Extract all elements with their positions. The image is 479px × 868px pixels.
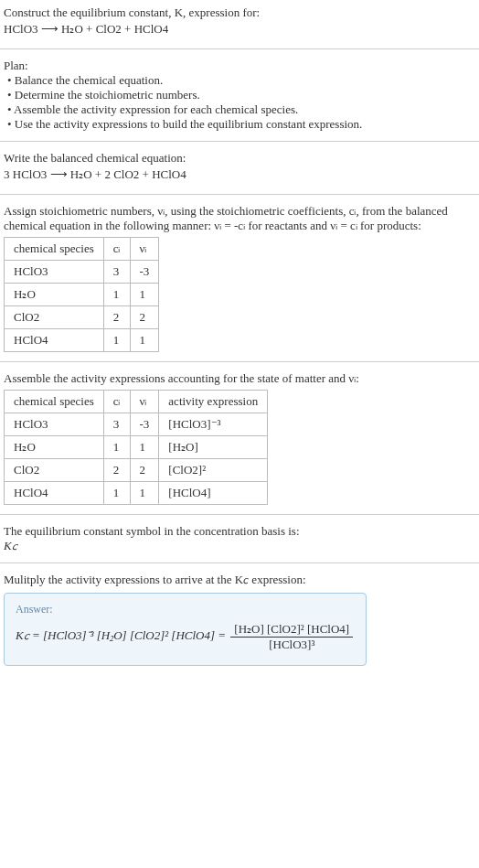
col-expr: activity expression bbox=[159, 390, 268, 413]
divider bbox=[0, 361, 479, 362]
cell-ci: 3 bbox=[103, 413, 130, 435]
balanced-equation: 3 HClO3 ⟶ H₂O + 2 ClO2 + HClO4 bbox=[4, 166, 475, 185]
table-row: ClO2 2 2 [ClO2]² bbox=[5, 458, 268, 481]
cell-ci: 1 bbox=[103, 328, 130, 351]
intro-section: Construct the equilibrium constant, K, e… bbox=[0, 0, 479, 45]
divider bbox=[0, 194, 479, 195]
cell-expr: [ClO2]² bbox=[159, 458, 268, 481]
table-row: HClO3 3 -3 [HClO3]⁻³ bbox=[5, 413, 268, 435]
col-ci: cᵢ bbox=[103, 237, 130, 260]
activity-heading: Assemble the activity expressions accoun… bbox=[4, 371, 475, 386]
kc-symbol: K𝘤 bbox=[4, 539, 475, 553]
activity-section: Assemble the activity expressions accoun… bbox=[0, 366, 479, 510]
cell-vi: -3 bbox=[130, 413, 159, 435]
plan-item: • Balance the chemical equation. bbox=[4, 73, 475, 88]
col-species: chemical species bbox=[5, 390, 104, 413]
cell-ci: 3 bbox=[103, 260, 130, 283]
table-header-row: chemical species cᵢ νᵢ bbox=[5, 237, 159, 260]
cell-vi: 1 bbox=[130, 328, 159, 351]
divider bbox=[0, 514, 479, 515]
cell-vi: -3 bbox=[130, 260, 159, 283]
balanced-heading: Write the balanced chemical equation: bbox=[4, 151, 475, 166]
unbalanced-equation: HClO3 ⟶ H₂O + ClO2 + HClO4 bbox=[4, 22, 168, 36]
table-row: HClO4 1 1 bbox=[5, 328, 159, 351]
answer-denominator: [HClO3]³ bbox=[230, 638, 353, 652]
cell-vi: 2 bbox=[130, 458, 159, 481]
cell-ci: 2 bbox=[103, 458, 130, 481]
cell-species: H₂O bbox=[5, 435, 104, 458]
answer-label: Answer: bbox=[16, 603, 355, 616]
table-row: HClO4 1 1 [HClO4] bbox=[5, 481, 268, 504]
col-ci: cᵢ bbox=[103, 390, 130, 413]
cell-species: HClO3 bbox=[5, 413, 104, 435]
cell-vi: 1 bbox=[130, 283, 159, 305]
stoich-heading: Assign stoichiometric numbers, νᵢ, using… bbox=[4, 204, 475, 233]
table-row: HClO3 3 -3 bbox=[5, 260, 159, 283]
divider bbox=[0, 563, 479, 563]
cell-vi: 2 bbox=[130, 305, 159, 328]
plan-item: • Determine the stoichiometric numbers. bbox=[4, 88, 475, 102]
table-row: ClO2 2 2 bbox=[5, 305, 159, 328]
answer-numerator: [H₂O] [ClO2]² [HClO4] bbox=[230, 622, 353, 638]
col-vi: νᵢ bbox=[130, 390, 159, 413]
answer-fraction: [H₂O] [ClO2]² [HClO4] [HClO3]³ bbox=[230, 622, 353, 652]
table-header-row: chemical species cᵢ νᵢ activity expressi… bbox=[5, 390, 268, 413]
multiply-section: Mulitply the activity expressions to arr… bbox=[0, 567, 479, 671]
intro-line1: Construct the equilibrium constant, K, e… bbox=[4, 5, 260, 19]
cell-species: ClO2 bbox=[5, 305, 104, 328]
col-vi: νᵢ bbox=[130, 237, 159, 260]
col-species: chemical species bbox=[5, 237, 104, 260]
cell-vi: 1 bbox=[130, 435, 159, 458]
kc-symbol-heading: The equilibrium constant symbol in the c… bbox=[4, 524, 475, 539]
cell-species: HClO4 bbox=[5, 328, 104, 351]
intro-text: Construct the equilibrium constant, K, e… bbox=[4, 5, 475, 39]
stoich-table: chemical species cᵢ νᵢ HClO3 3 -3 H₂O 1 … bbox=[4, 237, 159, 352]
cell-expr: [HClO3]⁻³ bbox=[159, 413, 268, 435]
cell-expr: [H₂O] bbox=[159, 435, 268, 458]
multiply-heading: Mulitply the activity expressions to arr… bbox=[4, 573, 475, 587]
plan-heading: Plan: bbox=[4, 59, 475, 73]
plan-item: • Assemble the activity expression for e… bbox=[4, 102, 475, 117]
activity-table: chemical species cᵢ νᵢ activity expressi… bbox=[4, 390, 268, 505]
balanced-section: Write the balanced chemical equation: 3 … bbox=[0, 145, 479, 190]
plan-section: Plan: • Balance the chemical equation. •… bbox=[0, 53, 479, 137]
cell-species: HClO3 bbox=[5, 260, 104, 283]
kc-symbol-section: The equilibrium constant symbol in the c… bbox=[0, 519, 479, 559]
answer-box: Answer: K𝘤 = [HClO3]⁻³ [H₂O] [ClO2]² [HC… bbox=[4, 593, 367, 666]
cell-ci: 2 bbox=[103, 305, 130, 328]
answer-equation: K𝘤 = [HClO3]⁻³ [H₂O] [ClO2]² [HClO4] = [… bbox=[16, 622, 355, 652]
table-row: H₂O 1 1 [H₂O] bbox=[5, 435, 268, 458]
cell-ci: 1 bbox=[103, 481, 130, 504]
cell-ci: 1 bbox=[103, 283, 130, 305]
cell-species: ClO2 bbox=[5, 458, 104, 481]
cell-vi: 1 bbox=[130, 481, 159, 504]
stoich-section: Assign stoichiometric numbers, νᵢ, using… bbox=[0, 198, 479, 358]
divider bbox=[0, 48, 479, 49]
cell-ci: 1 bbox=[103, 435, 130, 458]
table-row: H₂O 1 1 bbox=[5, 283, 159, 305]
cell-species: HClO4 bbox=[5, 481, 104, 504]
divider bbox=[0, 141, 479, 142]
cell-species: H₂O bbox=[5, 283, 104, 305]
plan-item: • Use the activity expressions to build … bbox=[4, 117, 475, 132]
answer-lhs: K𝘤 = [HClO3]⁻³ [H₂O] [ClO2]² [HClO4] = bbox=[16, 628, 229, 642]
cell-expr: [HClO4] bbox=[159, 481, 268, 504]
